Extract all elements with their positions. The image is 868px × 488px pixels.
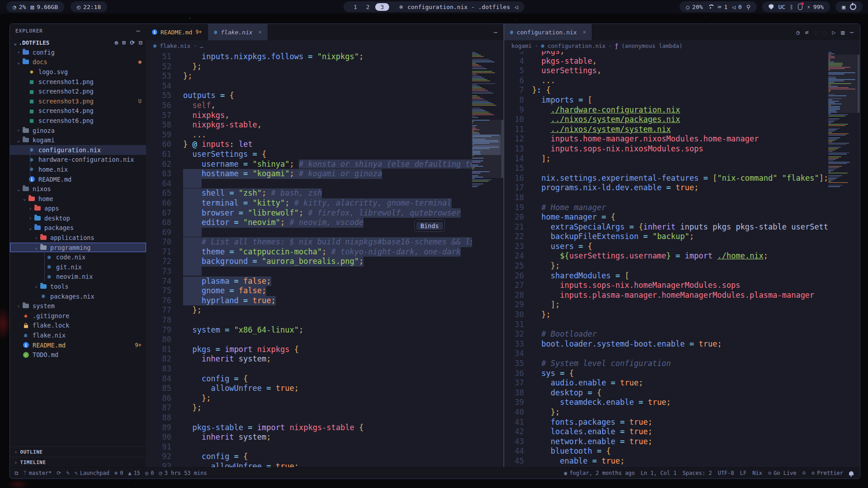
tree-item-screenshot6.png[interactable]: ▦screenshot6.png	[10, 116, 146, 126]
status-remote-window[interactable]: ⧉	[14, 470, 19, 476]
tree-item-readme.md[interactable]: iREADME.md	[10, 174, 146, 184]
tree-item-screenshot2.png[interactable]: ▦screenshot2.png	[10, 86, 146, 96]
tree-item-packages.nix[interactable]: ❄packages.nix	[10, 291, 146, 301]
close-icon[interactable]: ×	[583, 29, 586, 35]
code-area-right[interactable]: 3 pkgs,4 pkgs-stable,5 userSettings,6 ..…	[504, 51, 860, 467]
tree-item-nixos[interactable]: ⌄nixos	[10, 184, 146, 194]
memory-usage[interactable]: ▤9.66GB	[30, 4, 58, 10]
status-ports[interactable]: ◎0	[145, 470, 154, 476]
status-warnings[interactable]: ▲15	[128, 470, 140, 476]
clipboard[interactable]: ▣	[842, 4, 845, 10]
tree-item-logo.svg[interactable]: ✱logo.svg	[10, 67, 146, 77]
tree-item-flake.nix[interactable]: ❄flake.nix	[10, 330, 146, 340]
tree-item-configuration.nix[interactable]: ❄configuration.nix	[10, 145, 146, 155]
minimap-right[interactable]	[828, 51, 860, 467]
cpu-usage[interactable]: ◔2%	[13, 4, 26, 10]
tab-flake.nix[interactable]: ❄flake.nix×	[208, 24, 268, 40]
breadcrumb-item[interactable]: configuration.nix	[547, 42, 605, 49]
keyboard-lock[interactable]: ⌨1	[718, 4, 728, 10]
status-errors[interactable]: ⊗0	[114, 470, 123, 476]
tree-item-kogami[interactable]: ⌄kogami	[10, 135, 146, 145]
tree-item-home.nix[interactable]: ❄home.nix	[10, 164, 146, 174]
workspace-2[interactable]: 2	[363, 4, 373, 10]
workspace-1[interactable]: 1	[350, 4, 361, 10]
status-extension-icon[interactable]: ☺	[802, 470, 806, 476]
tree-item-programming[interactable]: ⌄programming	[10, 243, 146, 253]
tree-item-desktop[interactable]: ›desktop	[10, 213, 146, 223]
tree-item-ginoza[interactable]: ›ginoza	[10, 126, 146, 136]
code-area-left[interactable]: 51 inputs.nixpkgs.follows = "nixpkgs";52…	[146, 51, 504, 467]
tree-item-home[interactable]: ⌄home	[10, 194, 146, 204]
status-language-mode[interactable]: Nix	[752, 470, 762, 476]
status-git-blame[interactable]: ◉foglar, 2 months ago	[564, 470, 635, 476]
status-git-branch[interactable]: ᛘmaster*	[24, 470, 52, 476]
battery[interactable]: ⚡99%	[807, 4, 824, 10]
tree-item-.gitignore[interactable]: ◆.gitignore	[10, 311, 146, 321]
tree-item-packages[interactable]: ⌄packages	[10, 223, 146, 233]
microphone[interactable]: ⚲	[746, 4, 751, 10]
run-file-icon[interactable]: ▷	[832, 29, 836, 36]
tree-item-hardware-configuration.nix[interactable]: ❄hardware-configuration.nix	[10, 155, 146, 165]
tree-item-tools[interactable]: ›tools	[10, 282, 146, 291]
status-launchpad[interactable]: ✎Launchpad	[75, 470, 109, 476]
tree-item-git.nix[interactable]: ❄git.nix	[10, 262, 146, 272]
volume-muted[interactable]: ◁0	[732, 4, 742, 10]
breadcrumb-item[interactable]: …	[200, 42, 203, 49]
scrollbar-left[interactable]	[501, 120, 503, 178]
status-encoding[interactable]: UTF-8	[718, 470, 734, 476]
explorer-more-actions-icon[interactable]: ⋯	[137, 27, 141, 34]
next-change-icon[interactable]: ◌	[823, 29, 827, 36]
status-git-sync[interactable]: ⟳	[57, 470, 61, 476]
breadcrumb-item[interactable]: kogami	[511, 42, 532, 49]
tree-root-dotfiles[interactable]: ⌄ .DOTFILES ⊕⊞⟳⊟	[10, 38, 146, 47]
mouse[interactable]	[798, 4, 802, 10]
status-cursor-position[interactable]: Ln 1, Col 1	[641, 470, 676, 476]
scrollbar-right[interactable]	[858, 55, 859, 113]
minimap-slider[interactable]	[828, 55, 860, 113]
tree-item-screenshot3.png[interactable]: ▦screenshot3.pngU	[10, 96, 146, 106]
minimap-left[interactable]	[472, 51, 504, 467]
clock[interactable]: ◴22:18	[77, 4, 101, 10]
tree-item-system[interactable]: ›system	[10, 301, 146, 311]
collapse-folders-icon[interactable]: ⊟	[139, 39, 142, 46]
tree-item-flake.lock[interactable]: flake.lock	[10, 321, 146, 331]
new-folder-icon[interactable]: ⊞	[122, 39, 126, 46]
close-icon[interactable]: ×	[259, 29, 262, 35]
wifi[interactable]	[708, 5, 713, 9]
breadcrumb-item[interactable]: (anonymous lambda)	[621, 42, 682, 49]
new-file-icon[interactable]: ⊕	[115, 39, 118, 46]
more-actions-icon[interactable]: ⋯	[494, 29, 497, 36]
tree-item-readme.md[interactable]: iREADME.md9+	[10, 340, 146, 350]
status-time-tracker[interactable]: ◷3 hrs 53 mins	[159, 470, 207, 476]
tree-item-applications[interactable]: ›applications	[10, 233, 146, 243]
refresh-explorer-icon[interactable]: ⟳	[130, 39, 135, 46]
tree-item-code.nix[interactable]: ❄code.nix	[10, 252, 146, 262]
tree-item-neovim.nix[interactable]: ❄neovim.nix	[10, 272, 146, 282]
vpn-shield[interactable]	[769, 4, 774, 9]
previous-change-icon[interactable]: ◌	[814, 29, 818, 36]
tree-item-todo.md[interactable]: ✓TODO.md	[10, 350, 146, 360]
open-changes-icon[interactable]: ⇄	[805, 29, 809, 36]
brightness[interactable]: ○20%	[686, 4, 703, 10]
tree-item-docs[interactable]: ⌄docs	[10, 57, 146, 67]
tab-configuration.nix[interactable]: ❄configuration.nix×	[504, 24, 592, 40]
status-notifications[interactable]	[849, 471, 854, 475]
breadcrumb-item[interactable]: flake.nix	[160, 42, 191, 49]
workspace-3[interactable]: 3	[375, 3, 390, 11]
section-timeline[interactable]: ›TIMELINE	[10, 457, 146, 467]
tree-item-screenshot4.png[interactable]: ▦screenshot4.png	[10, 106, 146, 116]
tab-README.md[interactable]: iREADME.md9+	[146, 24, 208, 40]
tree-item-config[interactable]: ›config	[10, 47, 146, 57]
tree-item-screenshot1.png[interactable]: ▦screenshot1.png	[10, 77, 146, 87]
power[interactable]	[850, 4, 856, 10]
tree-item-apps[interactable]: ›apps	[10, 204, 146, 214]
status-indentation[interactable]: Spaces: 2	[683, 470, 712, 476]
more-actions-icon[interactable]: ⋯	[850, 29, 854, 36]
status-go-live[interactable]: ⊙Go Live	[768, 470, 797, 476]
keyboard-layout[interactable]: UC	[778, 4, 785, 10]
status-prettier[interactable]: ⊘Prettier	[811, 470, 843, 476]
split-editor-icon[interactable]: ▥	[841, 29, 844, 36]
bluetooth[interactable]: ᛒ	[790, 4, 793, 10]
section-outline[interactable]: ›OUTLINE	[10, 446, 146, 457]
status-extension-indicator[interactable]: ϟ	[66, 470, 69, 476]
